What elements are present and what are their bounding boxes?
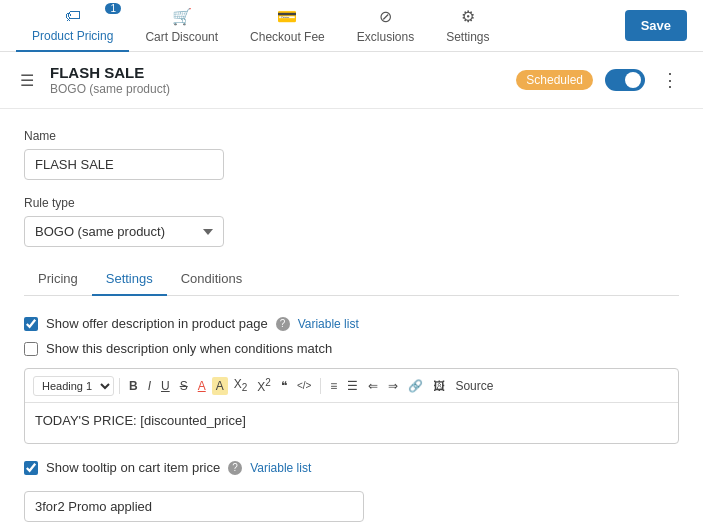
toolbar-list-ol-button[interactable]: ☰	[343, 377, 362, 395]
scheduled-badge: Scheduled	[516, 70, 593, 90]
show-offer-help-icon[interactable]: ?	[276, 317, 290, 331]
show-tooltip-row: Show tooltip on cart item price ? Variab…	[24, 460, 679, 475]
page-header: ☰ FLASH SALE BOGO (same product) Schedul…	[0, 52, 703, 109]
nav-item-exclusions-label: Exclusions	[357, 30, 414, 44]
toolbar-italic-button[interactable]: I	[144, 377, 155, 395]
tabs: Pricing Settings Conditions	[24, 263, 679, 296]
toggle-slider	[605, 69, 645, 91]
name-field-group: Name	[24, 129, 679, 180]
show-conditions-checkbox[interactable]	[24, 342, 38, 356]
nav-item-product-pricing-label: Product Pricing	[32, 29, 113, 43]
page-title-block: FLASH SALE BOGO (same product)	[50, 64, 504, 96]
show-offer-description-checkbox[interactable]	[24, 317, 38, 331]
toolbar-outdent-button[interactable]: ⇐	[364, 377, 382, 395]
show-conditions-label: Show this description only when conditio…	[46, 341, 332, 356]
toolbar-bold-button[interactable]: B	[125, 377, 142, 395]
toolbar-code-button[interactable]: </>	[293, 378, 315, 393]
show-tooltip-checkbox[interactable]	[24, 461, 38, 475]
app-container: 🏷 Product Pricing 1 🛒 Cart Discount 💳 Ch…	[0, 0, 703, 526]
toolbar-subscript-button[interactable]: X2	[230, 375, 252, 395]
tab-settings[interactable]: Settings	[92, 263, 167, 296]
top-nav: 🏷 Product Pricing 1 🛒 Cart Discount 💳 Ch…	[0, 0, 703, 52]
nav-item-cart-discount-label: Cart Discount	[145, 30, 218, 44]
show-tooltip-label: Show tooltip on cart item price	[46, 460, 220, 475]
name-label: Name	[24, 129, 679, 143]
nav-items: 🏷 Product Pricing 1 🛒 Cart Discount 💳 Ch…	[16, 0, 625, 52]
toolbar-strikethrough-button[interactable]: S	[176, 377, 192, 395]
toolbar-underline-button[interactable]: U	[157, 377, 174, 395]
more-options-button[interactable]: ⋮	[657, 65, 683, 95]
page-title: FLASH SALE	[50, 64, 504, 81]
toolbar-source-button[interactable]: Source	[451, 377, 497, 395]
nav-item-exclusions[interactable]: ⊘ Exclusions	[341, 0, 430, 52]
settings-icon: ⚙	[461, 7, 475, 26]
main-content: Name Rule type BOGO (same product) Prici…	[0, 109, 703, 526]
rule-type-field-group: Rule type BOGO (same product)	[24, 196, 679, 247]
show-conditions-row: Show this description only when conditio…	[24, 341, 679, 356]
toolbar-separator-2	[320, 378, 321, 394]
toolbar-quote-button[interactable]: ❝	[277, 377, 291, 395]
hamburger-icon[interactable]: ☰	[20, 71, 34, 90]
tab-conditions[interactable]: Conditions	[167, 263, 256, 296]
nav-item-settings[interactable]: ⚙ Settings	[430, 0, 505, 52]
show-offer-description-row: Show offer description in product page ?…	[24, 316, 679, 331]
nav-item-product-pricing[interactable]: 🏷 Product Pricing 1	[16, 0, 129, 52]
nav-item-checkout-fee-label: Checkout Fee	[250, 30, 325, 44]
toolbar-image-button[interactable]: 🖼	[429, 377, 449, 395]
save-button[interactable]: Save	[625, 10, 687, 41]
toolbar-indent-button[interactable]: ⇒	[384, 377, 402, 395]
nav-badge-product-pricing: 1	[105, 3, 121, 14]
heading-select[interactable]: Heading 1	[33, 376, 114, 396]
nav-item-settings-label: Settings	[446, 30, 489, 44]
product-pricing-icon: 🏷	[65, 7, 81, 25]
editor-toolbar: Heading 1 B I U S A A X2 X2 ❝ </> ≡ ☰ ⇐ …	[25, 369, 678, 403]
rich-text-editor: Heading 1 B I U S A A X2 X2 ❝ </> ≡ ☰ ⇐ …	[24, 368, 679, 444]
tooltip-variable-list-link[interactable]: Variable list	[250, 461, 311, 475]
variable-list-link[interactable]: Variable list	[298, 317, 359, 331]
tooltip-input[interactable]	[24, 491, 364, 522]
toolbar-separator-1	[119, 378, 120, 394]
toolbar-highlight-button[interactable]: A	[212, 377, 228, 395]
editor-content[interactable]: TODAY'S PRICE: [discounted_price]	[25, 403, 678, 443]
cart-discount-icon: 🛒	[172, 7, 192, 26]
nav-item-cart-discount[interactable]: 🛒 Cart Discount	[129, 0, 234, 52]
toolbar-font-color-button[interactable]: A	[194, 377, 210, 395]
rule-type-select[interactable]: BOGO (same product)	[24, 216, 224, 247]
checkout-fee-icon: 💳	[277, 7, 297, 26]
toolbar-link-button[interactable]: 🔗	[404, 377, 427, 395]
show-offer-description-label: Show offer description in product page	[46, 316, 268, 331]
exclusions-icon: ⊘	[379, 7, 392, 26]
toolbar-superscript-button[interactable]: X2	[253, 375, 275, 396]
rule-type-label: Rule type	[24, 196, 679, 210]
name-input[interactable]	[24, 149, 224, 180]
page-subtitle: BOGO (same product)	[50, 82, 504, 96]
toolbar-list-ul-button[interactable]: ≡	[326, 377, 341, 395]
tab-pricing[interactable]: Pricing	[24, 263, 92, 296]
tooltip-help-icon[interactable]: ?	[228, 461, 242, 475]
enable-toggle[interactable]	[605, 69, 645, 91]
nav-item-checkout-fee[interactable]: 💳 Checkout Fee	[234, 0, 341, 52]
